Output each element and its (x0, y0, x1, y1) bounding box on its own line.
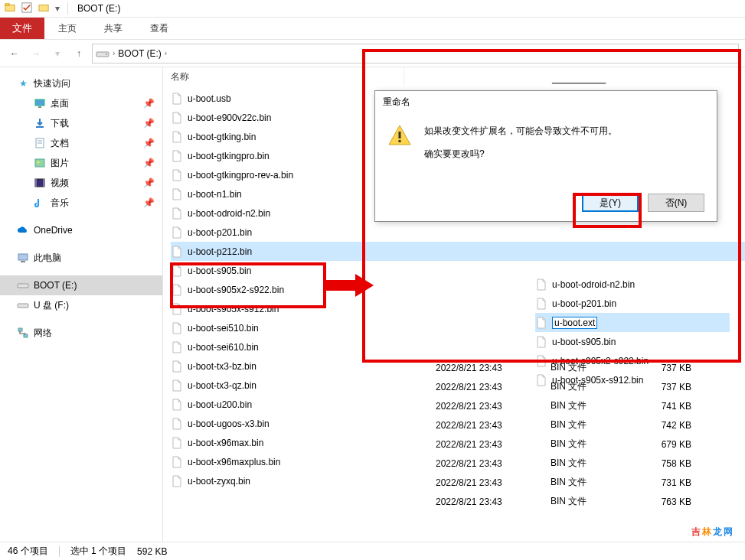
tab-view[interactable]: 查看 (136, 18, 182, 39)
sidebar-item-label: 快速访问 (34, 77, 70, 90)
column-header-name[interactable]: 名称 (171, 67, 404, 86)
file-name: u-boot-e900v22c.bin (188, 112, 271, 123)
svg-rect-8 (36, 126, 44, 128)
file-icon (171, 188, 183, 200)
sidebar-item-label: 音乐 (51, 197, 69, 210)
file-row[interactable]: u-boot.ext2022/8/21 23:43 (535, 313, 730, 332)
status-selected: 选中 1 个项目 (70, 545, 126, 558)
svg-point-5 (106, 54, 107, 55)
up-button[interactable]: ↑ (70, 45, 87, 62)
file-date: 2022/8/21 23:43 (436, 382, 502, 392)
sidebar-network[interactable]: 网络 (0, 323, 162, 343)
file-icon (171, 93, 183, 105)
file-date: 2022/8/21 23:43 (436, 363, 502, 373)
svg-rect-15 (35, 179, 37, 187)
no-button[interactable]: 否(N) (648, 194, 704, 212)
pin-icon: 📌 (143, 197, 155, 208)
sidebar-quick-access[interactable]: ★ 快速访问 (0, 73, 162, 93)
file-type: BIN 文件 (551, 399, 587, 412)
truncated-row: ━━━━━━━━━━ (535, 78, 730, 89)
download-icon (34, 117, 46, 129)
breadcrumb-label[interactable]: BOOT (E:) (118, 48, 161, 59)
file-type: BIN 文件 (551, 438, 587, 451)
file-icon (171, 169, 183, 181)
rename-input[interactable]: u-boot.ext (552, 317, 597, 329)
file-row-details: 2022/8/21 23:43BIN 文件742 KB (171, 415, 745, 435)
file-type: BIN 文件 (551, 380, 587, 393)
file-row[interactable]: u-boot-p201.bin2022/8/21 23:43 (535, 294, 730, 313)
cloud-icon (17, 224, 29, 236)
sidebar-item-label: 视频 (51, 177, 69, 190)
file-size: 763 KB (638, 497, 691, 507)
sidebar-item-music[interactable]: 音乐📌 (0, 193, 162, 213)
file-icon (171, 284, 183, 296)
file-icon (535, 317, 547, 329)
sidebar-item-label: 桌面 (51, 97, 69, 110)
file-date: 2022/8/21 23:43 (436, 477, 502, 488)
file-row-details: 2022/8/21 23:43BIN 文件737 KB (171, 358, 745, 377)
file-icon (171, 226, 183, 239)
file-row[interactable]: u-boot-odroid-n2.bin2022/8/21 23:43 (535, 275, 730, 294)
tab-share[interactable]: 共享 (90, 18, 136, 39)
file-name: u-boot-p201.bin (552, 298, 616, 309)
file-icon (171, 207, 183, 220)
dropdown-icon[interactable]: ▾ (55, 3, 60, 14)
file-size: 742 KB (638, 420, 691, 431)
sidebar-item-video[interactable]: 视频📌 (0, 173, 162, 193)
file-icon (171, 150, 183, 162)
svg-rect-16 (43, 179, 44, 187)
file-row-details: 2022/8/21 23:43BIN 文件731 KB (171, 473, 745, 492)
file-name: u-boot-s905x-s912.bin (188, 304, 279, 314)
sidebar-item-label: 下载 (51, 117, 69, 130)
file-icon (535, 298, 547, 310)
file-type: BIN 文件 (551, 418, 587, 431)
sidebar-item-label: 网络 (34, 327, 52, 340)
status-item-count: 46 个项目 (8, 545, 48, 558)
file-row-details: 2022/8/21 23:43BIN 文件763 KB (171, 492, 745, 511)
file-size: 737 KB (638, 382, 691, 392)
file-type: BIN 文件 (551, 476, 587, 489)
sidebar-boot-drive[interactable]: BOOT (E:) (0, 275, 162, 295)
dialog-line1: 如果改变文件扩展名，可能会导致文件不可用。 (424, 123, 617, 140)
file-name: u-boot-sei510.bin (188, 323, 259, 334)
dialog-line2: 确实要更改吗? (424, 146, 617, 163)
folder-icon-small (38, 2, 49, 15)
sidebar-item-picture[interactable]: 图片📌 (0, 153, 162, 173)
pc-icon (17, 252, 29, 264)
file-row[interactable]: u-boot-s905.bin2022/8/21 23:43 (535, 332, 730, 351)
sidebar-item-download[interactable]: 下载📌 (0, 113, 162, 133)
tab-home[interactable]: 主页 (44, 18, 90, 39)
sidebar-udisk[interactable]: U 盘 (F:) (0, 295, 162, 315)
svg-rect-19 (18, 284, 28, 288)
file-name: u-boot-p201.bin (188, 227, 252, 238)
checkbox-icon[interactable] (21, 2, 32, 15)
sidebar-item-label: OneDrive (34, 225, 73, 236)
sidebar-item-doc[interactable]: 文档📌 (0, 133, 162, 153)
sidebar-item-desktop[interactable]: 桌面📌 (0, 93, 162, 113)
forward-button[interactable]: → (28, 45, 44, 62)
file-icon (535, 336, 547, 348)
yes-button[interactable]: 是(Y) (582, 194, 639, 212)
sidebar-onedrive[interactable]: OneDrive (0, 220, 162, 240)
history-dropdown[interactable]: ▾ (49, 45, 66, 62)
svg-rect-7 (38, 106, 41, 108)
file-size: 737 KB (638, 363, 691, 373)
title-bar: ▾ BOOT (E:) (0, 0, 745, 18)
file-tab[interactable]: 文件 (0, 18, 44, 39)
sidebar: ★ 快速访问 桌面📌下载📌文档📌图片📌视频📌音乐📌 OneDrive 此电脑 B… (0, 67, 163, 542)
svg-rect-12 (35, 159, 44, 167)
video-icon (34, 177, 46, 189)
file-icon (171, 112, 183, 124)
file-name: u-boot-odroid-n2.bin (188, 208, 270, 219)
desktop-icon (34, 97, 46, 109)
sidebar-this-pc[interactable]: 此电脑 (0, 248, 162, 268)
status-bar: 46 个项目 选中 1 个项目 592 KB (0, 542, 745, 560)
sidebar-item-label: 图片 (51, 157, 69, 170)
svg-rect-24 (399, 140, 401, 142)
svg-rect-18 (21, 261, 25, 262)
svg-rect-20 (18, 304, 28, 308)
file-icon (171, 303, 183, 315)
breadcrumb[interactable]: › BOOT (E:) › (92, 44, 739, 63)
file-name: u-boot-s905.bin (188, 265, 251, 276)
back-button[interactable]: ← (6, 45, 23, 62)
